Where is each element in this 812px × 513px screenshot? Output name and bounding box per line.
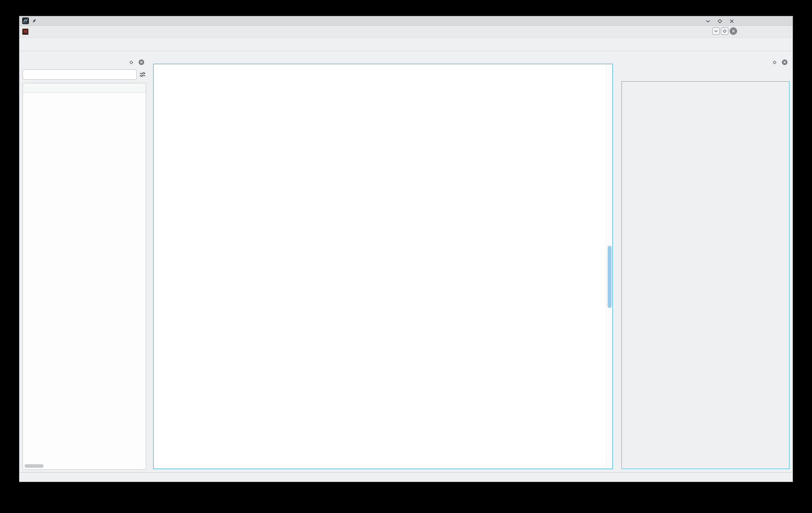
mdi-restore-icon[interactable] [721,27,728,35]
vertical-scrollbar[interactable] [606,64,612,469]
tree-header[interactable] [23,83,146,93]
filter-options-icon[interactable] [139,71,146,78]
titlebar[interactable] [19,16,793,26]
menubar: M [19,26,793,38]
mdi-close-icon[interactable] [730,27,737,35]
float-panel-icon[interactable] [772,60,777,65]
minimize-icon[interactable] [705,18,711,24]
horizontal-scrollbar[interactable] [24,464,145,469]
float-panel-icon[interactable] [129,60,133,65]
main-area [19,51,793,472]
search-input[interactable] [23,69,137,80]
labplot-window: M [19,16,793,482]
notebook-window [153,64,613,469]
project-tree [23,83,146,470]
screen: M [0,0,812,513]
notebook-view[interactable] [154,64,594,469]
close-icon[interactable] [728,18,735,24]
maximize-icon[interactable] [717,18,723,24]
statusbar [19,472,793,482]
maxima-window-icon: M [22,29,29,35]
close-panel-icon[interactable] [138,59,145,65]
horizontal-scrollbar-thumb[interactable] [25,464,44,468]
properties-tabbar [621,69,789,82]
properties-panel [617,51,793,472]
project-explorer-panel [19,51,146,472]
mdi-area [146,51,617,472]
close-panel-icon[interactable] [782,59,788,65]
labplot-logo-icon [22,17,29,24]
general-tab-pane [621,81,789,469]
mdi-minimize-icon[interactable] [712,27,720,35]
entry-marker-column [594,64,606,469]
pin-icon[interactable] [31,18,37,24]
vertical-scrollbar-thumb[interactable] [608,246,612,308]
toolbar [19,38,793,51]
